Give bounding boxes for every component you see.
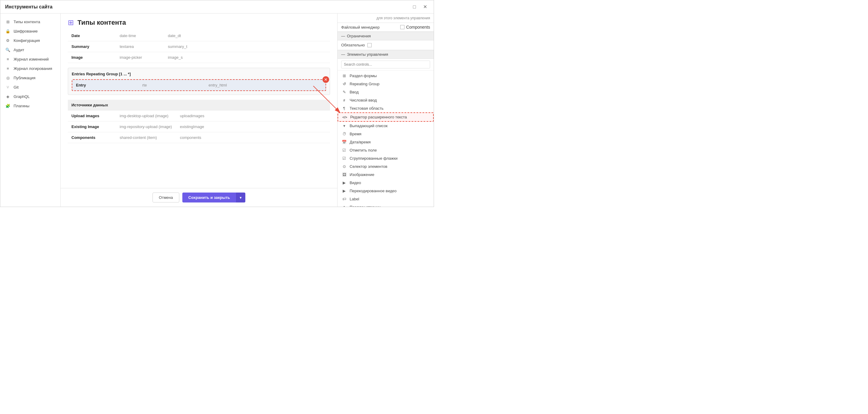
control-page-order[interactable]: ◆ Порядок страниц [338,203,434,207]
sidebar-label-change-log: Журнал изменений [13,57,49,61]
maximize-button[interactable]: □ [411,3,418,10]
control-label: Выпадающий список [350,124,388,128]
control-label: Перекодированное видео [350,189,397,193]
field-key-summary: summary_t [164,41,330,52]
sidebar-item-change-log[interactable]: ≡ Журнал изменений [0,55,60,64]
footer: Отмена Сохранить и закрыть ▼ [61,188,337,207]
sidebar-item-encryption[interactable]: 🔒 Шифрование [0,27,60,36]
field-key-date: date_dt [164,30,330,41]
source-name-upload: Upload images [68,110,116,121]
textarea-icon: ¶ [341,106,347,110]
sidebar-label-configuration: Конфигурация [13,38,40,43]
required-row: Обязательно [341,43,430,47]
sidebar-item-graphql[interactable]: ◈ GraphQL [0,92,60,101]
plugin-icon: 🧩 [5,104,10,108]
controls-list: ⊞ Раздел формы ↺ Repeating Group ✎ Ввод … [338,70,434,207]
control-label: Числовой ввод [350,98,377,102]
field-key-image: image_s [164,52,330,63]
time-icon: ⏱ [341,132,347,136]
control-label: Селектор элементов [350,164,387,169]
control-textarea[interactable]: ¶ Текстовая область [338,104,434,113]
repeating-group-icon: ↺ [341,82,347,86]
repeating-group-title: Entries Repeating Group [1 ... *] [72,72,326,76]
form-section-icon: ⊞ [341,73,347,78]
search-icon: 🔍 [5,47,10,52]
control-label: Редактор расширенного текста [350,115,407,119]
sidebar-item-configuration[interactable]: ⚙ Конфигурация [0,36,60,45]
control-label: Repeating Group [350,82,379,86]
source-field-existing: existingImage [176,121,330,132]
control-label: Порядок страниц [350,205,381,207]
gear-icon: ⚙ [5,38,10,43]
required-checkbox[interactable] [367,43,372,47]
field-type-summary: textarea [116,41,164,52]
right-panel: для этого элемента управления Файловый м… [337,13,434,207]
control-video[interactable]: ▶ Видео [338,179,434,187]
lock-icon: 🔒 [5,29,10,33]
control-label: Видео [350,181,361,185]
field-type-date: date-time [116,30,164,41]
main-layout: ⊞ Типы контента 🔒 Шифрование ⚙ Конфигура… [0,13,434,207]
transcoded-video-icon: ▶ [341,189,347,193]
control-label: Раздел формы [350,73,377,78]
page-header-icon: ⊞ [68,19,74,27]
components-checkbox[interactable] [400,25,404,29]
sidebar-item-content-types[interactable]: ⊞ Типы контента [0,17,60,27]
source-name-existing: Existing Image [68,121,116,132]
control-grouped-checkboxes[interactable]: ☑ Сгруппированные флажки [338,154,434,162]
sidebar-label-graphql: GraphQL [13,94,30,99]
control-label: Ввод [350,90,359,94]
control-image[interactable]: 🖼 Изображение [338,170,434,179]
field-name-date: Date [68,30,116,41]
content-area: ⊞ Типы контента Date date-time date_dt [61,13,337,207]
save-button[interactable]: Сохранить и закрыть [182,193,236,202]
content-scroll: Date date-time date_dt Summary textarea … [61,30,337,188]
control-dropdown[interactable]: ▾ Выпадающий список [338,122,434,130]
control-number-input[interactable]: # Числовой ввод [338,96,434,104]
sidebar-item-plugins[interactable]: 🧩 Плагины [0,101,60,110]
sources-table: Источники данных Upload images img-deskt… [68,100,330,143]
file-manager-label: Файловый менеджер [341,25,400,30]
source-field-upload: uploadimages [176,110,330,121]
sidebar-item-audit[interactable]: 🔍 Аудит [0,45,60,55]
control-datetime[interactable]: 📅 Дата/время [338,138,434,146]
sidebar-label-content-types: Типы контента [13,20,40,24]
dropdown-icon: ▾ [341,124,347,128]
sidebar-label-git: Git [13,85,19,90]
list-icon: ≡ [5,57,10,61]
publish-icon: ◎ [5,76,10,80]
control-label[interactable]: 🏷 Label [338,195,434,203]
control-transcoded-video[interactable]: ▶ Перекодированное видео [338,187,434,195]
entry-name: Entry [76,83,106,87]
control-time[interactable]: ⏱ Время [338,130,434,138]
control-rte[interactable]: </> Редактор расширенного текста [338,113,434,122]
sources-section-title: Источники данных [68,100,330,110]
right-panel-top-label: для этого элемента управления [338,13,434,23]
entry-remove-button[interactable]: ✕ [322,76,329,83]
log-icon: ≡ [5,66,10,71]
entry-field: entry_html [209,83,227,87]
entry-type: rte [142,83,173,87]
control-input[interactable]: ✎ Ввод [338,88,434,96]
cancel-button[interactable]: Отмена [153,193,179,202]
constraints-collapse-icon: — [341,34,345,38]
repeating-group-container: Entries Repeating Group [1 ... *] Entry … [68,68,330,95]
control-item-selector[interactable]: ⊙ Селектор элементов [338,162,434,170]
sidebar-item-publish[interactable]: ◎ Публикация [0,73,60,83]
controls-section-header: — Элементы управления [338,50,434,59]
close-button[interactable]: ✕ [421,3,429,10]
control-form-section[interactable]: ⊞ Раздел формы [338,72,434,80]
number-input-icon: # [341,98,347,102]
constraints-label: Ограничения [347,34,371,38]
search-controls-input[interactable] [341,61,430,68]
control-checkbox[interactable]: ☑ Отметить поле [338,146,434,154]
sidebar-item-git[interactable]: ⑂ Git [0,83,60,92]
save-dropdown-button[interactable]: ▼ [236,193,245,202]
sidebar-item-log-journal[interactable]: ≡ Журнал логирования [0,64,60,73]
constraints-body: Обязательно [338,40,434,50]
control-repeating-group[interactable]: ↺ Repeating Group [338,80,434,88]
sidebar: ⊞ Типы контента 🔒 Шифрование ⚙ Конфигура… [0,13,61,207]
entry-row[interactable]: Entry rte entry_html [72,79,326,91]
sidebar-label-log-journal: Журнал логирования [13,66,52,71]
checkbox-icon: ☑ [341,148,347,153]
